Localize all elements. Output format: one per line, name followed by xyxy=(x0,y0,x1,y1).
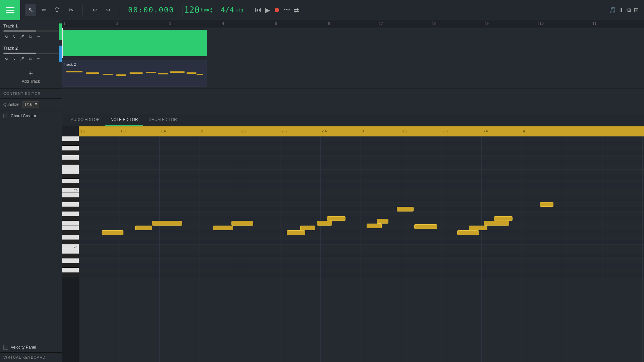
add-track-button[interactable]: + Add Track xyxy=(0,64,62,88)
bpm-down[interactable]: ▼ xyxy=(210,10,212,13)
velocity-panel-checkbox[interactable] xyxy=(3,345,8,350)
quantize-select[interactable]: 1/16 ▼ xyxy=(22,101,39,108)
piano-key-B4[interactable] xyxy=(62,193,79,197)
midi-note-5[interactable] xyxy=(287,230,305,235)
piano-key-F4[interactable] xyxy=(62,221,79,226)
track-1-fx[interactable]: ⧉ xyxy=(28,34,33,40)
wave-button[interactable]: 〜 xyxy=(283,5,290,14)
loop-button[interactable]: ⇄ xyxy=(293,6,299,14)
midi-note-15[interactable] xyxy=(484,221,509,226)
piano-key-A#5[interactable] xyxy=(62,141,79,146)
piano-roll[interactable]: C5C4 xyxy=(62,136,79,362)
track-1-solo[interactable]: S xyxy=(11,34,16,40)
track-1-wave[interactable]: 〜 xyxy=(35,34,42,40)
metronome-button[interactable]: 🎵 xyxy=(609,6,616,14)
piano-key-A#4[interactable] xyxy=(62,197,79,202)
note-ruler-mark-8: 3.2 xyxy=(402,129,407,133)
track-1-volume[interactable] xyxy=(3,31,58,32)
midi-note-17[interactable] xyxy=(540,202,553,207)
piano-key-D4[interactable] xyxy=(62,235,79,240)
midi-note-13[interactable] xyxy=(457,230,479,235)
track-2-rec[interactable]: 🎤 xyxy=(18,56,26,62)
midi-note-12[interactable] xyxy=(414,224,437,229)
piano-key-B3[interactable] xyxy=(62,249,79,254)
track-2-fx[interactable]: ⧉ xyxy=(28,56,33,62)
midi-note-11[interactable] xyxy=(397,207,414,212)
pencil-tool[interactable]: ✏ xyxy=(38,4,50,16)
midi-note-16[interactable] xyxy=(494,216,513,221)
track-2-solo[interactable]: S xyxy=(11,56,16,62)
piano-key-C4[interactable]: C4 xyxy=(62,244,79,249)
track-2-volume[interactable] xyxy=(3,53,58,54)
redo-button[interactable]: ↪ xyxy=(102,4,114,16)
track-1-rec[interactable]: 🎤 xyxy=(18,34,26,40)
note-editor-ruler[interactable]: 1.21.31.422.22.32.433.23.33.44 xyxy=(79,126,644,136)
midi-note-14[interactable] xyxy=(469,226,487,230)
audio-editor-tab[interactable]: AUDIO EDITOR xyxy=(65,114,105,126)
midi-note-6[interactable] xyxy=(300,226,315,230)
track-1-clip[interactable] xyxy=(62,30,207,56)
piano-key-E5[interactable] xyxy=(62,169,79,174)
piano-key-C#4[interactable] xyxy=(62,240,79,244)
track-2-row[interactable]: Track 2 xyxy=(62,58,644,88)
midi-note-10[interactable] xyxy=(377,219,388,224)
track-2-wave[interactable]: 〜 xyxy=(35,56,42,62)
piano-key-D#4[interactable] xyxy=(62,230,79,235)
piano-key-G3[interactable] xyxy=(62,268,79,273)
timer-tool[interactable]: ⏱ xyxy=(52,4,63,16)
piano-key-A4[interactable] xyxy=(62,202,79,207)
midi-note-9[interactable] xyxy=(367,224,382,228)
piano-key-F#3[interactable] xyxy=(62,273,79,277)
scissors-tool[interactable]: ✂ xyxy=(65,4,76,16)
mixer-button[interactable]: ⧉ xyxy=(627,6,631,13)
piano-key-F#4[interactable] xyxy=(62,216,79,221)
menu-button[interactable] xyxy=(0,0,20,20)
chord-creator-checkbox[interactable] xyxy=(3,114,8,118)
midi-note-2[interactable] xyxy=(152,221,182,226)
track-2-clip[interactable]: Track 2 xyxy=(62,60,207,86)
midi-note-1[interactable] xyxy=(135,226,152,230)
piano-key-E4[interactable] xyxy=(62,226,79,230)
piano-key-C5[interactable]: C5 xyxy=(62,188,79,193)
bpm-up[interactable]: ▲ xyxy=(210,7,212,10)
grid-hline-15 xyxy=(79,207,644,212)
timeline-ruler[interactable]: 123456789101112 xyxy=(62,20,644,28)
rewind-button[interactable]: ⏮ xyxy=(255,6,262,14)
piano-key-A#3[interactable] xyxy=(62,254,79,258)
midi-note-0[interactable] xyxy=(102,230,123,235)
piano-key-G#5[interactable] xyxy=(62,150,79,155)
piano-key-G#4[interactable] xyxy=(62,207,79,212)
track-1-row[interactable] xyxy=(62,28,644,58)
piano-key-C#5[interactable] xyxy=(62,183,79,188)
midi-note-3[interactable] xyxy=(213,226,233,230)
piano-key-D#5[interactable] xyxy=(62,174,79,179)
bpm-display[interactable]: 120 bpm ▲ ▼ xyxy=(184,5,212,15)
track-1-mute[interactable]: M xyxy=(3,34,9,40)
midi-note-4[interactable] xyxy=(231,221,253,226)
pointer-tool[interactable]: ↖ xyxy=(25,4,36,16)
record-button[interactable]: ⏺ xyxy=(273,6,280,14)
play-button[interactable]: ▶ xyxy=(265,6,270,14)
drum-editor-tab[interactable]: DRUM EDITOR xyxy=(143,114,182,126)
piano-key-A5[interactable] xyxy=(62,146,79,150)
piano-key-D5[interactable] xyxy=(62,179,79,183)
midi-note-8[interactable] xyxy=(327,216,345,221)
track-2-mute[interactable]: M xyxy=(3,56,9,62)
piano-key-B5[interactable] xyxy=(62,136,79,141)
time-signature-display[interactable]: 4/4 sig xyxy=(215,6,249,14)
grid-button[interactable]: ⊞ xyxy=(634,6,639,14)
piano-key-G#3[interactable] xyxy=(62,263,79,268)
note-grid[interactable] xyxy=(79,136,644,362)
piano-key-F5[interactable] xyxy=(62,165,79,169)
piano-key-F#5[interactable] xyxy=(62,160,79,165)
note-editor-tab[interactable]: NOTE EDITOR xyxy=(105,114,143,126)
note-editor-content[interactable]: 1.21.31.422.22.32.433.23.33.44 C5C4 xyxy=(62,126,644,362)
midi-note-7[interactable] xyxy=(317,221,332,226)
piano-key-G5[interactable] xyxy=(62,155,79,160)
piano-key-A3[interactable] xyxy=(62,258,79,263)
download-button[interactable]: ⬇ xyxy=(619,6,624,14)
svg-rect-2 xyxy=(6,12,14,13)
bpm-arrows[interactable]: ▲ ▼ xyxy=(210,7,212,13)
undo-button[interactable]: ↩ xyxy=(89,4,100,16)
piano-key-G4[interactable] xyxy=(62,212,79,216)
